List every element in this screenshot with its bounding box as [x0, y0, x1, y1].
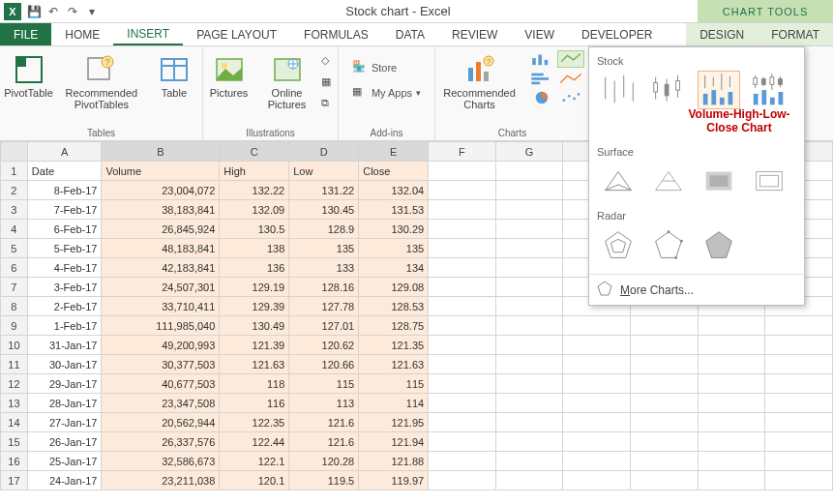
cell[interactable]: 23,347,508 — [102, 394, 220, 413]
cell[interactable] — [429, 239, 496, 258]
cell[interactable]: 127.01 — [289, 316, 359, 336]
cell[interactable] — [631, 432, 699, 452]
cell[interactable] — [631, 413, 699, 432]
cell[interactable] — [563, 316, 631, 336]
cell[interactable]: 27-Jan-17 — [27, 413, 102, 432]
chart-pie-button[interactable] — [528, 89, 555, 106]
cell[interactable]: High — [220, 162, 289, 181]
surface-contour-option[interactable] — [698, 162, 740, 200]
cell[interactable]: 30-Jan-17 — [27, 355, 102, 374]
cell[interactable]: 48,183,841 — [102, 239, 220, 258]
cell[interactable]: 23,211,038 — [102, 471, 220, 490]
cell[interactable]: 136 — [220, 258, 289, 278]
cell[interactable]: 120.1 — [220, 471, 289, 490]
row-header[interactable]: 3 — [1, 200, 28, 220]
cell[interactable]: 132.04 — [359, 181, 429, 200]
cell[interactable]: 119.97 — [359, 471, 429, 490]
table-row[interactable]: 91-Feb-17111,985,040130.49127.01128.75 — [1, 316, 833, 336]
cell[interactable]: Volume — [102, 162, 220, 181]
cell[interactable] — [495, 258, 563, 278]
row-header[interactable]: 15 — [1, 432, 28, 452]
cell[interactable]: 6-Feb-17 — [27, 220, 102, 239]
select-all-corner[interactable] — [1, 142, 28, 162]
cell[interactable]: 121.63 — [220, 355, 289, 374]
cell[interactable] — [765, 316, 833, 336]
redo-icon[interactable]: ↷ — [66, 5, 79, 18]
cell[interactable] — [631, 394, 699, 413]
cell[interactable]: 120.62 — [289, 336, 359, 355]
cell[interactable] — [698, 336, 765, 355]
cell[interactable] — [429, 413, 496, 432]
cell[interactable] — [495, 471, 563, 490]
cell[interactable] — [429, 432, 496, 452]
cell[interactable] — [765, 336, 833, 355]
cell[interactable]: 28-Jan-17 — [27, 394, 102, 413]
save-icon[interactable]: 💾 — [27, 5, 41, 18]
cell[interactable]: 5-Feb-17 — [27, 239, 102, 258]
row-header[interactable]: 4 — [1, 220, 28, 239]
cell[interactable]: 129.39 — [220, 297, 289, 316]
cell[interactable]: 32,586,673 — [102, 452, 220, 471]
cell[interactable] — [495, 355, 563, 374]
radar-filled-option[interactable] — [698, 225, 740, 264]
radar-markers-option[interactable] — [647, 225, 690, 264]
tab-formulas[interactable]: FORMULAS — [290, 23, 382, 45]
surface-3d-option[interactable] — [597, 162, 640, 200]
cell[interactable] — [429, 452, 496, 471]
cell[interactable]: 121.95 — [359, 413, 429, 432]
col-header-D[interactable]: D — [289, 142, 359, 162]
cell[interactable]: 121.63 — [359, 355, 429, 374]
table-row[interactable]: 1625-Jan-1732,586,673122.1120.28121.88 — [1, 452, 833, 471]
row-header[interactable]: 9 — [1, 316, 28, 336]
cell[interactable]: 122.44 — [220, 432, 289, 452]
cell[interactable]: 3-Feb-17 — [27, 278, 102, 297]
cell[interactable]: 131.53 — [359, 200, 429, 220]
cell[interactable]: 122.35 — [220, 413, 289, 432]
cell[interactable]: 23,004,072 — [102, 181, 220, 200]
row-header[interactable]: 16 — [1, 452, 28, 471]
cell[interactable] — [495, 394, 563, 413]
cell[interactable]: 138 — [220, 239, 289, 258]
smartart-button[interactable]: ▦ — [321, 75, 337, 91]
cell[interactable]: 119.5 — [289, 471, 359, 490]
tab-format[interactable]: FORMAT — [758, 23, 833, 45]
stock-volume-high-low-close-option[interactable] — [698, 71, 740, 109]
cell[interactable]: 26,845,924 — [102, 220, 220, 239]
cell[interactable] — [765, 413, 833, 432]
chart-line-button[interactable] — [557, 70, 584, 87]
row-header[interactable]: 2 — [1, 181, 28, 200]
cell[interactable]: 2-Feb-17 — [27, 297, 102, 316]
cell[interactable]: 33,710,411 — [102, 297, 220, 316]
table-row[interactable]: 1328-Jan-1723,347,508116113114 — [1, 394, 833, 413]
cell[interactable]: 120.28 — [289, 452, 359, 471]
online-pictures-button[interactable]: Online Pictures — [263, 50, 312, 110]
cell[interactable]: 7-Feb-17 — [27, 200, 102, 220]
cell[interactable] — [429, 316, 496, 336]
cell[interactable]: 132.09 — [220, 200, 289, 220]
cell[interactable]: 24,507,301 — [102, 278, 220, 297]
cell[interactable]: 130.45 — [289, 200, 359, 220]
table-row[interactable]: 1130-Jan-1730,377,503121.63120.66121.63 — [1, 355, 833, 374]
table-row[interactable]: 1724-Jan-1723,211,038120.1119.5119.97 — [1, 471, 833, 490]
cell[interactable]: 130.29 — [359, 220, 429, 239]
tab-developer[interactable]: DEVELOPER — [568, 23, 666, 45]
radar-option[interactable] — [597, 225, 640, 264]
cell[interactable] — [429, 471, 496, 490]
cell[interactable]: 121.35 — [359, 336, 429, 355]
cell[interactable] — [495, 200, 563, 220]
cell[interactable]: 129.19 — [220, 278, 289, 297]
cell[interactable] — [631, 336, 699, 355]
cell[interactable] — [563, 413, 631, 432]
cell[interactable]: 118 — [220, 374, 289, 394]
cell[interactable]: 121.6 — [289, 432, 359, 452]
cell[interactable]: Date — [27, 162, 102, 181]
undo-icon[interactable]: ↶ — [46, 5, 60, 18]
cell[interactable] — [495, 432, 563, 452]
cell[interactable] — [495, 374, 563, 394]
cell[interactable]: 128.16 — [289, 278, 359, 297]
cell[interactable] — [429, 162, 496, 181]
cell[interactable] — [429, 297, 496, 316]
screenshot-button[interactable]: ⧉ — [321, 97, 337, 112]
cell[interactable] — [631, 471, 699, 490]
cell[interactable] — [698, 452, 765, 471]
